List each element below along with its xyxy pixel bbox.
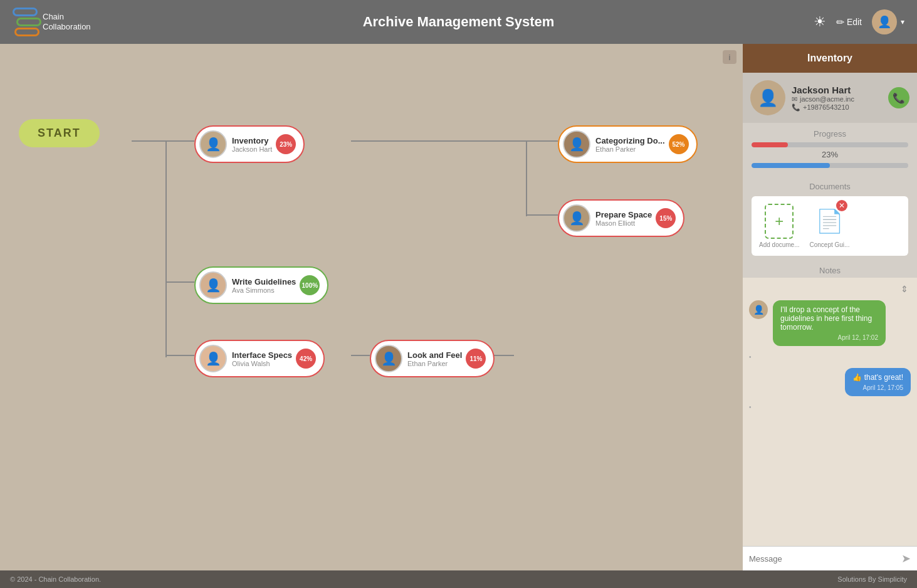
footer: © 2024 - Chain Collaboration. Solutions … <box>0 570 917 588</box>
doc-concept-container: 📄 ✕ <box>815 204 844 239</box>
start-node: START <box>19 119 100 147</box>
doc-concept-gui[interactable]: 📄 ✕ Concept Gui... <box>809 204 849 248</box>
note-sent: 👍 that's great! April 12, 17:05 <box>749 368 911 396</box>
panel-header: Inventory <box>743 44 917 73</box>
documents-section: Documents + Add docume... 📄 ✕ Concept Gu… <box>743 177 917 261</box>
message-input[interactable] <box>749 554 896 564</box>
inventory-info: Inventory Jackson Hart <box>232 136 272 153</box>
categorizing-percent: 52% <box>669 134 689 154</box>
interface-specs-avatar: 👤 <box>199 345 227 372</box>
node-prepare-space[interactable]: 👤 Prepare Space Mason Elliott 15% <box>558 199 684 237</box>
send-button[interactable]: ➤ <box>901 552 911 565</box>
logo: Chain Collaboration <box>13 8 91 36</box>
sun-icon[interactable]: ☀ <box>814 14 826 30</box>
write-guidelines-percent: 100% <box>300 275 320 295</box>
edit-button[interactable]: ✏ Edit <box>836 16 862 28</box>
secondary-progress-bar <box>752 163 908 168</box>
notes-section: Notes ⇕ 👤 I'll drop a concept of the gui… <box>743 261 917 570</box>
flow-connectors <box>0 44 743 570</box>
expand-icon[interactable]: ⇕ <box>898 284 911 294</box>
node-interface-specs[interactable]: 👤 Interface Specs Olivia Walsh 42% <box>194 340 325 377</box>
phone-icon: 📞 <box>792 103 800 112</box>
notes-divider-bottom: • <box>749 402 911 412</box>
node-inventory[interactable]: 👤 Inventory Jackson Hart 23% <box>194 125 305 163</box>
interface-specs-percent: 42% <box>296 349 316 369</box>
email-icon: ✉ <box>792 95 797 103</box>
write-guidelines-avatar: 👤 <box>199 271 227 299</box>
documents-box: + Add docume... 📄 ✕ Concept Gui... <box>752 196 908 256</box>
categorizing-info: Categorizing Do... Ethan Parker <box>595 136 665 153</box>
progress-bar-container <box>752 142 908 147</box>
page-title: Archive Management System <box>363 14 555 30</box>
canvas-area[interactable]: i <box>0 44 743 570</box>
interface-specs-info: Interface Specs Olivia Walsh <box>232 350 292 367</box>
inventory-avatar: 👤 <box>199 130 227 158</box>
prepare-space-avatar: 👤 <box>563 204 590 232</box>
message-input-area: ➤ <box>743 546 917 570</box>
progress-percent-text: 23% <box>752 150 908 159</box>
note-bubble-received: I'll drop a concept of the guidelines in… <box>773 300 886 346</box>
footer-brand: Solutions By Simplicity <box>837 575 907 583</box>
notes-messages[interactable]: ⇕ 👤 I'll drop a concept of the guideline… <box>743 278 917 546</box>
doc-add-item[interactable]: + Add docume... <box>759 204 799 248</box>
inventory-percent: 23% <box>276 134 296 154</box>
user-menu[interactable]: 👤 ▾ <box>872 9 904 34</box>
chain-blue-icon <box>13 8 38 16</box>
node-look-and-feel[interactable]: 👤 Look and Feel Ethan Parker 11% <box>370 340 495 377</box>
note-received: 👤 I'll drop a concept of the guidelines … <box>749 300 911 346</box>
panel-person-section: 👤 Jackson Hart ✉ jacson@acme.inc 📞 +1987… <box>743 73 917 123</box>
user-avatar: 👤 <box>872 9 897 34</box>
prepare-space-info: Prepare Space Mason Elliott <box>595 210 652 227</box>
panel-person-phone: 📞 +19876543210 <box>792 103 882 112</box>
progress-bar-fill <box>752 142 788 147</box>
write-guidelines-info: Write Guidelines Ava Simmons <box>232 277 296 294</box>
info-button[interactable]: i <box>723 50 736 64</box>
main-layout: i <box>0 44 917 570</box>
secondary-progress-fill <box>752 163 830 168</box>
logo-text: Chain Collaboration <box>43 12 91 31</box>
doc-delete-button[interactable]: ✕ <box>836 200 847 211</box>
categorizing-avatar: 👤 <box>563 130 590 158</box>
node-categorizing[interactable]: 👤 Categorizing Do... Ethan Parker 52% <box>558 125 698 163</box>
chain-green-icon <box>16 18 41 26</box>
panel-person-email: ✉ jacson@acme.inc <box>792 95 882 103</box>
progress-section: Progress 23% <box>743 123 917 177</box>
look-and-feel-info: Look and Feel Ethan Parker <box>407 350 462 367</box>
notes-divider: • <box>749 352 911 362</box>
node-write-guidelines[interactable]: 👤 Write Guidelines Ava Simmons 100% <box>194 266 328 304</box>
look-and-feel-avatar: 👤 <box>375 345 402 372</box>
right-panel: Inventory 👤 Jackson Hart ✉ jacson@acme.i… <box>743 44 917 570</box>
panel-avatar: 👤 <box>750 80 785 115</box>
note-sender-avatar: 👤 <box>749 300 768 319</box>
add-document-icon: + <box>765 204 794 239</box>
prepare-space-percent: 15% <box>656 208 676 228</box>
chain-orange-icon <box>14 28 39 36</box>
header-right: ☀ ✏ Edit 👤 ▾ <box>814 9 904 34</box>
footer-copyright: © 2024 - Chain Collaboration. <box>10 575 101 583</box>
look-and-feel-percent: 11% <box>466 349 486 369</box>
call-button[interactable]: 📞 <box>888 87 909 108</box>
pencil-icon: ✏ <box>836 16 844 28</box>
logo-chains <box>13 8 38 36</box>
header: Chain Collaboration Archive Management S… <box>0 0 917 44</box>
chevron-down-icon: ▾ <box>901 18 904 26</box>
notes-header: Notes <box>743 261 917 278</box>
note-bubble-sent: 👍 that's great! April 12, 17:05 <box>845 368 911 396</box>
panel-person-info: Jackson Hart ✉ jacson@acme.inc 📞 +198765… <box>792 85 882 112</box>
